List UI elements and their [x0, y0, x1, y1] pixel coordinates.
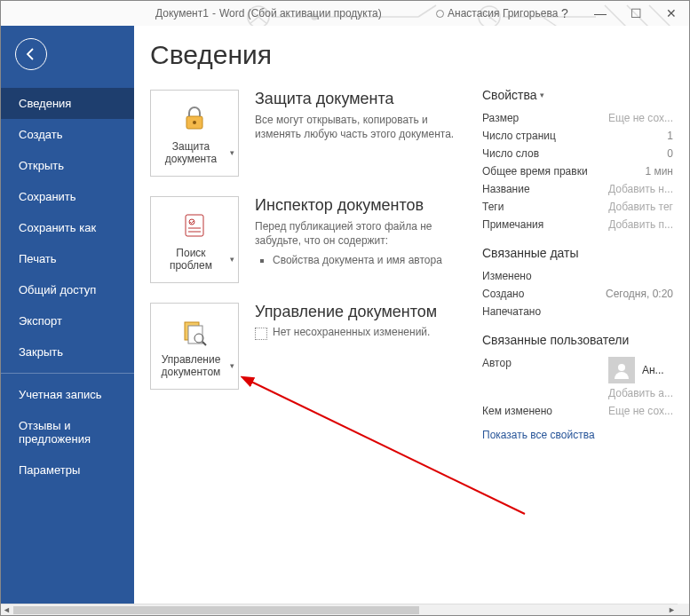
minimize-button[interactable]: — [586, 6, 615, 20]
no-changes-row: Нет несохраненных изменений. [255, 326, 459, 340]
prop-title[interactable]: НазваниеДобавить н... [482, 180, 673, 198]
chevron-down-icon: ▾ [230, 148, 234, 157]
nav-save-as[interactable]: Сохранить как [1, 212, 134, 243]
prop-printed: Напечатано [482, 303, 673, 320]
nav-share[interactable]: Общий доступ [1, 274, 134, 305]
users-header: Связанные пользователи [482, 333, 673, 347]
prop-label: Число страниц [482, 130, 556, 142]
chevron-down-icon: ▾ [230, 361, 234, 370]
prop-author: Автор Ан... Добавить а... [482, 354, 673, 402]
body: Сведения Создать Открыть Сохранить Сохра… [1, 26, 689, 604]
titlebar: Документ1 - Word (Сбой активации продукт… [1, 1, 689, 26]
nav-print[interactable]: Печать [1, 243, 134, 274]
dates-header: Связанные даты [482, 246, 673, 260]
scroll-left-icon[interactable]: ◄ [1, 604, 12, 616]
sidebar: Сведения Создать Открыть Сохранить Сохра… [1, 26, 134, 604]
check-issues-button[interactable]: Поиск проблем▾ [150, 196, 239, 283]
lock-icon [179, 101, 210, 137]
show-all-properties-link[interactable]: Показать все свойства [482, 429, 595, 441]
button-label: Поиск проблем [155, 247, 227, 272]
prop-created: СозданоСегодня, 0:20 [482, 285, 673, 303]
svg-point-10 [618, 364, 625, 371]
nav-account[interactable]: Учетная запись [1, 379, 134, 410]
prop-tags[interactable]: ТегиДобавить тег [482, 198, 673, 216]
user-name[interactable]: Анастасия Григорьева [448, 7, 558, 20]
inspect-bullets: Свойства документа и имя автора [255, 254, 459, 266]
document-name: Документ1 [155, 7, 209, 20]
nav-label: Печать [19, 252, 57, 265]
nav-info[interactable]: Сведения [1, 88, 134, 119]
close-button[interactable]: ✕ [657, 6, 686, 20]
prop-value: 0 [667, 147, 673, 160]
nav-label: Открыть [19, 159, 64, 172]
add-author[interactable]: Добавить а... [608, 387, 673, 399]
protect-document-button[interactable]: Защита документа▾ [150, 90, 239, 177]
prop-value: Сегодня, 0:20 [606, 288, 673, 300]
checklist-icon [179, 208, 210, 243]
documents-icon [179, 314, 210, 350]
nav-label: Сохранить как [19, 221, 96, 234]
chevron-down-icon: ▾ [540, 91, 544, 99]
prop-label: Кем изменено [482, 405, 552, 417]
properties-header-label: Свойства [482, 88, 536, 102]
content-panel: Сведения Защита документа▾ Защита докуме… [134, 26, 689, 604]
nav-new[interactable]: Создать [1, 119, 134, 150]
button-label: Защита документа [155, 140, 227, 165]
properties-dropdown[interactable]: Свойства ▾ [482, 88, 673, 102]
inspect-bullet: Свойства документа и имя автора [273, 254, 459, 266]
protect-desc: Все могут открывать, копировать и изменя… [255, 113, 459, 143]
nav-label: Создать [19, 128, 62, 141]
scrollbar-corner [678, 604, 689, 615]
nav-export[interactable]: Экспорт [1, 305, 134, 336]
nav-options[interactable]: Параметры [1, 454, 134, 486]
nav-feedback[interactable]: Отзывы и предложения [1, 410, 134, 454]
app-name: Word (Сбой активации продукта) [219, 7, 382, 20]
horizontal-scrollbar[interactable]: ◄ ► [1, 604, 678, 615]
nav-label: Сведения [19, 97, 71, 110]
prop-label: Теги [482, 201, 504, 213]
chevron-down-icon: ▾ [230, 255, 234, 264]
prop-label: Создано [482, 288, 524, 300]
prop-words: Число слов0 [482, 145, 673, 162]
help-button[interactable]: ? [551, 6, 579, 20]
document-icon [255, 328, 267, 340]
prop-size: РазмерЕще не сох... [482, 109, 673, 127]
prop-label: Изменено [482, 270, 532, 282]
maximize-button[interactable]: ☐ [622, 6, 650, 20]
nav-save[interactable]: Сохранить [1, 181, 134, 212]
scrollbar-thumb[interactable] [13, 606, 419, 614]
manage-document-button[interactable]: Управление документом▾ [150, 303, 239, 390]
prop-pages: Число страниц1 [482, 127, 673, 145]
prop-label: Число слов [482, 147, 539, 160]
prop-label: Размер [482, 112, 519, 124]
author-name: Ан... [642, 364, 664, 376]
prop-value: Добавить п... [608, 218, 673, 231]
prop-value: 1 [667, 130, 673, 142]
author-entry[interactable]: Ан... [608, 357, 673, 383]
prop-edittime: Общее время правки1 мин [482, 162, 673, 180]
back-button[interactable] [15, 38, 47, 70]
nav-close[interactable]: Закрыть [1, 336, 134, 367]
inspect-title: Инспектор документов [255, 196, 459, 216]
avatar-icon [608, 357, 635, 383]
nav-label: Параметры [19, 463, 80, 477]
title-sep: - [212, 7, 216, 20]
scroll-right-icon[interactable]: ► [666, 604, 678, 616]
prop-value: Еще не сох... [608, 112, 673, 124]
prop-label: Общее время правки [482, 165, 588, 178]
prop-value: Добавить тег [608, 201, 673, 213]
nav-label: Закрыть [19, 345, 63, 359]
no-changes-text: Нет несохраненных изменений. [273, 326, 430, 338]
nav-label: Экспорт [19, 314, 62, 328]
prop-comments[interactable]: ПримечанияДобавить п... [482, 216, 673, 233]
prop-label: Примечания [482, 218, 543, 231]
prop-value: Добавить н... [608, 183, 673, 195]
nav-label: Общий доступ [19, 283, 96, 296]
svg-rect-5 [186, 215, 203, 236]
prop-modified: Изменено [482, 267, 673, 285]
prop-value: Еще не сох... [608, 405, 673, 417]
nav-open[interactable]: Открыть [1, 150, 134, 181]
prop-value: 1 мин [645, 165, 673, 178]
page-title: Сведения [150, 40, 673, 70]
manage-title: Управление документом [255, 303, 459, 322]
